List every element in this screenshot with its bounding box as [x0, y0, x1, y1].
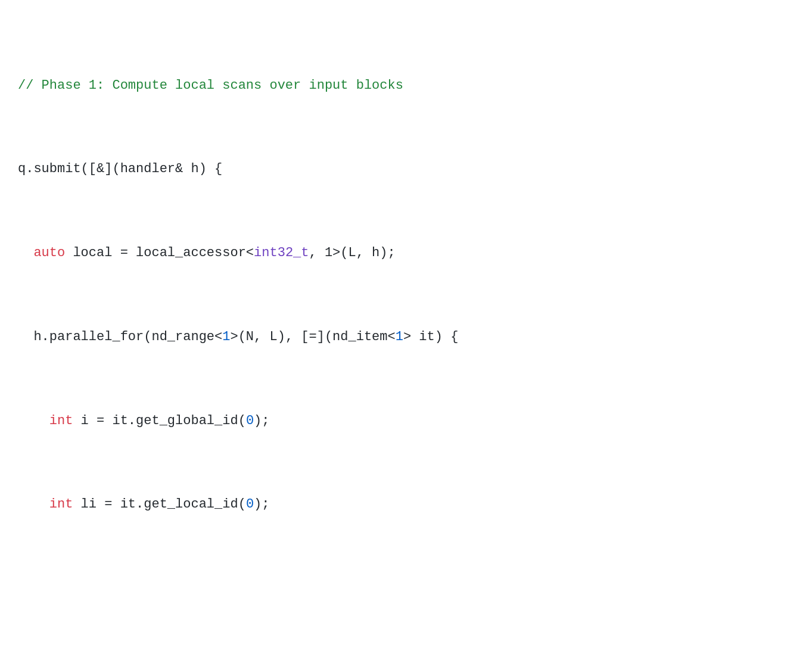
code-line-7 — [18, 578, 794, 599]
code-line-4: h.parallel_for(nd_range<1>(N, L), [=](nd… — [18, 326, 794, 347]
plain-2: q.submit([&](handler& h) { — [18, 161, 222, 176]
code-container: // Phase 1: Compute local scans over inp… — [18, 12, 794, 663]
comment-1: // Phase 1: Compute local scans over inp… — [18, 78, 403, 93]
code-line-3: auto local = local_accessor<int32_t, 1>(… — [18, 242, 794, 263]
code-line-1: // Phase 1: Compute local scans over inp… — [18, 75, 794, 96]
keyword-auto: auto — [33, 245, 65, 260]
type-int32: int32_t — [254, 245, 309, 260]
code-line-5: int i = it.get_global_id(0); — [18, 410, 794, 431]
code-line-6: int li = it.get_local_id(0); — [18, 494, 794, 515]
keyword-int-1: int — [49, 413, 73, 428]
keyword-int-2: int — [49, 497, 73, 512]
code-line-2: q.submit([&](handler& h) { — [18, 158, 794, 179]
